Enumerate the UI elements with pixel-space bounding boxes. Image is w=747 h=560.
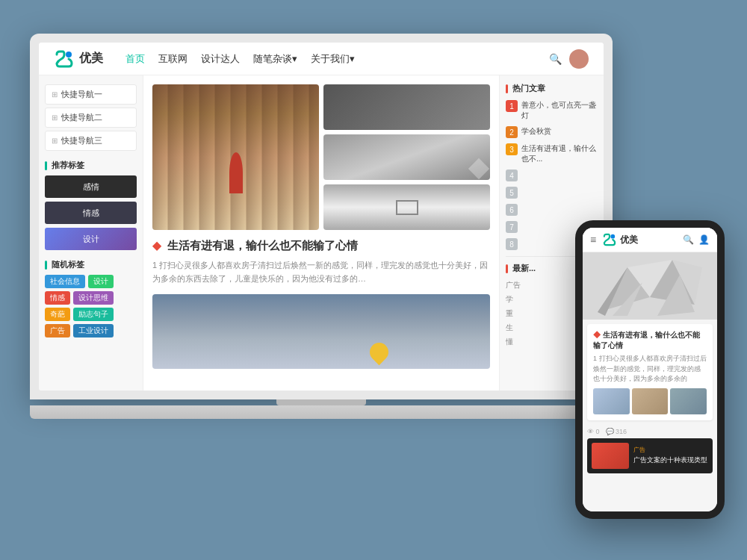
rtag-design-short[interactable]: 设计 (88, 275, 114, 288)
hot-articles-title: 热门文章 (506, 83, 598, 94)
article-image (152, 294, 490, 369)
article-excerpt: 1 打扫心灵很多人都喜欢房子清扫过后焕然一新的感觉，同样，理完发的感觉也十分美好… (152, 259, 490, 285)
header-icons: 🔍 (549, 49, 589, 69)
phone-menu-icon[interactable]: ≡ (590, 234, 596, 246)
logo-icon (54, 49, 75, 69)
hot-num-3: 3 (506, 143, 518, 155)
nav-items: 首页 互联网 设计达人 随笔杂谈▾ 关于我们▾ (125, 52, 549, 66)
phone-logo-icon (602, 232, 617, 247)
nav-item-notes[interactable]: 随笔杂谈▾ (253, 52, 297, 66)
hot-num-4: 4 (506, 169, 518, 181)
rtag-social[interactable]: 社会信息 (45, 275, 85, 288)
sidebar-nav-2[interactable]: 快捷导航二 (45, 108, 137, 128)
side-image-1 (323, 84, 490, 130)
phone-logo-text: 优美 (620, 234, 638, 246)
phone-avatar-icon[interactable]: 👤 (698, 234, 710, 245)
rtag-design-thinking[interactable]: 设计思维 (73, 291, 114, 305)
hot-article-6[interactable]: 6 (506, 204, 598, 216)
phone-body: ≡ 优美 🔍 👤 (575, 220, 725, 519)
laptop: 优美 首页 互联网 设计达人 随笔杂谈▾ 关于我们▾ 🔍 (30, 34, 613, 511)
side-image-3 (323, 184, 490, 230)
rtag-weird[interactable]: 奇葩 (45, 308, 70, 321)
phone-bottom-thumb (592, 443, 629, 469)
phone-thumb-row (593, 388, 707, 414)
hot-title-2: 学会秋赏 (521, 126, 551, 137)
phone: ≡ 优美 🔍 👤 (575, 220, 725, 519)
spark-icon: ◆ (152, 239, 161, 252)
sidebar-nav-1[interactable]: 快捷导航一 (45, 84, 137, 105)
logo-text: 优美 (79, 51, 103, 66)
svg-point-0 (66, 52, 72, 57)
hot-num-5: 5 (506, 187, 518, 199)
hot-article-3[interactable]: 3 生活有进有退，输什么也不... (506, 143, 598, 164)
phone-bottom-card[interactable]: 广告 广告文案的十种表现类型 (587, 438, 713, 473)
phone-views: 👁 0 (587, 428, 600, 435)
hot-num-1: 1 (506, 100, 518, 112)
hot-article-5[interactable]: 5 (506, 187, 598, 199)
nav-item-about[interactable]: 关于我们▾ (311, 52, 355, 66)
site-header: 优美 首页 互联网 设计达人 随笔杂谈▾ 关于我们▾ 🔍 (39, 43, 604, 75)
phone-thumb-2 (632, 388, 669, 414)
hot-title-1: 善意小，也可点亮一盏灯 (521, 100, 598, 121)
tag-card-2[interactable]: 情感 (45, 202, 137, 224)
phone-bottom-text: 广告 广告文案的十种表现类型 (633, 446, 707, 465)
phone-article-text-1: 1 打扫心灵很多人都喜欢房子清扫过后焕然一新的感觉，同样，理完发的感也十分美好，… (593, 354, 707, 385)
laptop-base (30, 405, 613, 419)
random-tags: 社会信息 设计 情感 设计思维 奇葩 励志句子 广告 工业设计 (45, 275, 137, 337)
phone-spark-icon: ◆ (593, 331, 603, 339)
nav-item-design[interactable]: 设计达人 (201, 52, 240, 66)
phone-header-icons: 🔍 👤 (683, 234, 710, 245)
hot-num-6: 6 (506, 204, 518, 216)
phone-comments: 💬 316 (606, 428, 627, 435)
phone-article-title-1: ◆ 生活有进有退，输什么也不能输了心情 (593, 330, 707, 351)
hot-num-7: 7 (506, 221, 518, 233)
avatar[interactable] (569, 49, 589, 69)
phone-thumb-1 (593, 388, 630, 414)
sidebar-tags-title: 推荐标签 (45, 160, 137, 171)
phone-thumb-3 (670, 388, 707, 414)
site-main: 快捷导航一 快捷导航二 快捷导航三 推荐标签 感情 情感 设计 随机标签 社会信… (39, 75, 604, 391)
scene: 优美 首页 互联网 设计达人 随笔杂谈▾ 关于我们▾ 🔍 (15, 19, 732, 541)
main-content: ◆ 生活有进有退，输什么也不能输了心情 1 打扫心灵很多人都喜欢房子清扫过后焕然… (143, 75, 499, 391)
article-title: ◆ 生活有进有退，输什么也不能输了心情 (152, 239, 490, 253)
nav-item-home[interactable]: 首页 (125, 52, 145, 66)
laptop-notch (276, 399, 366, 405)
rtag-emotion[interactable]: 情感 (45, 291, 70, 305)
hot-article-2[interactable]: 2 学会秋赏 (506, 126, 598, 138)
rtag-industrial[interactable]: 工业设计 (73, 324, 114, 337)
tag-card-3[interactable]: 设计 (45, 228, 137, 250)
main-image (152, 84, 319, 230)
hot-article-1[interactable]: 1 善意小，也可点亮一盏灯 (506, 100, 598, 121)
logo: 优美 (54, 49, 103, 69)
hot-num-2: 2 (506, 126, 518, 138)
phone-article-card-1[interactable]: ◆ 生活有进有退，输什么也不能输了心情 1 打扫心灵很多人都喜欢房子清扫过后焕然… (587, 324, 713, 420)
hot-title-3: 生活有进有退，输什么也不... (521, 143, 598, 164)
rtag-ad[interactable]: 广告 (45, 324, 70, 337)
tag-card-1[interactable]: 感情 (45, 175, 137, 198)
laptop-screen: 优美 首页 互联网 设计达人 随笔杂谈▾ 关于我们▾ 🔍 (39, 43, 604, 391)
sidebar-random-title: 随机标签 (45, 259, 137, 270)
phone-logo: 优美 (602, 232, 683, 247)
svg-point-1 (611, 234, 616, 239)
sidebar-nav-3[interactable]: 快捷导航三 (45, 131, 137, 151)
side-image-2 (323, 134, 490, 180)
hot-num-8: 8 (506, 238, 518, 250)
hot-article-4[interactable]: 4 (506, 169, 598, 181)
nav-item-internet[interactable]: 互联网 (158, 52, 187, 66)
rtag-quotes[interactable]: 励志句子 (73, 308, 114, 321)
laptop-body: 优美 首页 互联网 设计达人 随笔杂谈▾ 关于我们▾ 🔍 (30, 34, 613, 399)
phone-stats: 👁 0 💬 316 (587, 428, 713, 435)
left-sidebar: 快捷导航一 快捷导航二 快捷导航三 推荐标签 感情 情感 设计 随机标签 社会信… (39, 75, 143, 391)
phone-screen: ≡ 优美 🔍 👤 (583, 228, 717, 511)
phone-hero-image (583, 252, 717, 320)
phone-header: ≡ 优美 🔍 👤 (583, 228, 717, 252)
phone-search-icon[interactable]: 🔍 (683, 234, 694, 245)
search-icon[interactable]: 🔍 (549, 53, 562, 65)
